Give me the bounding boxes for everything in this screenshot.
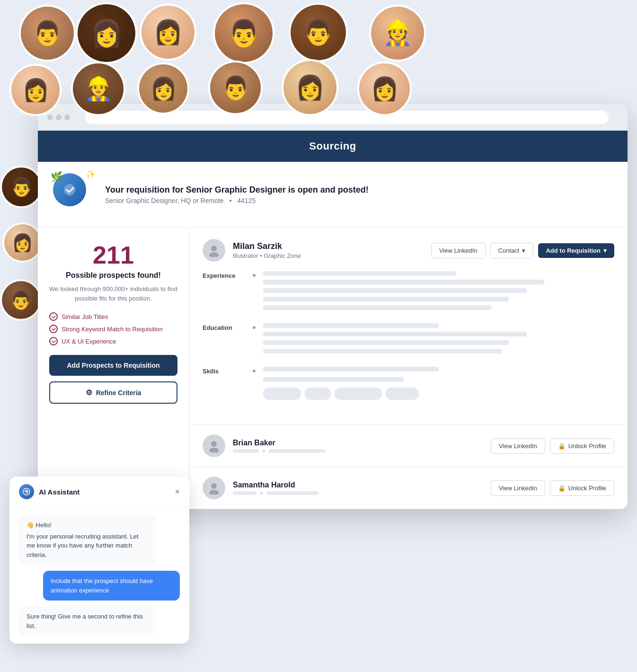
contact-button[interactable]: Contact ▾ (490, 243, 534, 258)
browser-window: Sourcing 🌿 ✨ Your requisition for Senior… (38, 104, 628, 509)
avatar-3: 👩 (140, 4, 196, 61)
add-prospects-button[interactable]: Add Prospects to Requisition (49, 355, 177, 376)
criteria-check-2 (49, 325, 58, 333)
req-info: Your requisition for Senior Graphic Desi… (105, 185, 369, 204)
samantha-actions: View LinkedIn 🔒 Unlock Profile (491, 480, 614, 496)
chevron-down-icon: ▾ (522, 247, 525, 254)
criteria-check-1 (49, 312, 58, 321)
samantha-info: Samantha Harold (233, 481, 483, 495)
chat-message-user-1: Include that the prospect should have an… (43, 571, 180, 601)
brian-name: Brian Baker (233, 439, 483, 447)
prospects-label: Possible prospects found! (49, 271, 177, 280)
add-to-requisition-button[interactable]: Add to Requisition ▾ (538, 243, 614, 258)
skeleton-line (263, 349, 502, 354)
right-content: Milan Sarzik Illustrator • Graphic Zone … (189, 228, 628, 509)
criteria-list: Similar Job Titles Strong Keyword Match … (49, 312, 177, 345)
chevron-down-icon-req: ▾ (603, 247, 607, 254)
avatar-brian (203, 434, 225, 457)
skeleton-line (263, 332, 527, 336)
meta-bar (233, 491, 257, 495)
side-avatar-3: 👨 (0, 279, 42, 321)
lock-icon-samantha: 🔒 (558, 485, 566, 492)
samantha-meta (233, 491, 483, 495)
browser-dots (47, 115, 70, 120)
skeleton-line (263, 377, 404, 382)
req-title: Your requisition for Senior Graphic Desi… (105, 185, 369, 195)
prospect-name: Milan Sarzik (233, 241, 301, 251)
meta-bar (233, 449, 259, 453)
unlock-profile-samantha[interactable]: 🔒 Unlock Profile (550, 480, 614, 496)
skill-tag (335, 388, 382, 400)
prospect-row-brian: Brian Baker View LinkedIn 🔒 Unlock Profi… (189, 425, 628, 467)
view-linkedin-samantha[interactable]: View LinkedIn (491, 480, 545, 496)
prospect-row-samantha: Samantha Harold View LinkedIn 🔒 Unlock P… (189, 467, 628, 509)
education-section: Education (203, 323, 614, 357)
experience-content (263, 271, 614, 314)
prospect-actions: View LinkedIn Contact ▾ Add to Requisiti… (431, 243, 614, 258)
page-title: Sourcing (309, 140, 356, 152)
education-content (263, 323, 614, 357)
brian-actions: View LinkedIn 🔒 Unlock Profile (491, 438, 614, 454)
prospect-info: Milan Sarzik Illustrator • Graphic Zone (233, 241, 301, 259)
skill-tag (305, 388, 331, 400)
ai-icon (19, 484, 34, 499)
chat-message-ai-2: Sure thing! Give me a second to refine t… (19, 606, 156, 636)
prospect-avatar-milan (203, 239, 225, 262)
skills-section: Skills (203, 367, 614, 404)
brian-info: Brian Baker (233, 439, 483, 453)
svg-point-6 (209, 490, 219, 495)
skeleton-line (263, 323, 439, 328)
avatar-1: 👨 (19, 5, 76, 62)
chat-messages: 👋 Hello! I'm your personal recruiting as… (9, 507, 189, 644)
avatar-samantha (203, 477, 225, 499)
browser-dot-1 (47, 115, 53, 120)
brian-meta (233, 449, 483, 453)
floating-avatars: 👨 👩 👩 👨 👨 👷 👩 👷 👩 👨 👩 👩 (0, 0, 637, 114)
criteria-item-2: Strong Keyword Match to Requisition (49, 325, 177, 333)
prospects-count: 211 (49, 243, 177, 267)
address-bar[interactable] (85, 111, 609, 124)
browser-dot-2 (56, 115, 62, 120)
chat-message-ai-1: 👋 Hello! I'm your personal recruiting as… (19, 515, 156, 565)
skills-bullet (253, 370, 256, 372)
experience-label: Experience (203, 271, 245, 314)
avatar-2: 👩 (76, 2, 137, 64)
svg-point-4 (209, 448, 219, 452)
view-linkedin-brian[interactable]: View LinkedIn (491, 438, 545, 454)
avatar-4: 👨 (213, 2, 274, 64)
criteria-item-1: Similar Job Titles (49, 312, 177, 321)
skeleton-line (263, 305, 491, 310)
chat-title: AI Assistant (39, 488, 175, 496)
meta-dot (263, 450, 265, 452)
meta-bar (266, 491, 318, 495)
criteria-item-3: UX & UI Experience (49, 337, 177, 345)
education-label: Education (203, 323, 245, 357)
req-subtitle: Senior Graphic Designer, HQ or Remote • … (105, 197, 369, 204)
education-bullet (253, 326, 256, 329)
view-linkedin-button[interactable]: View LinkedIn (431, 243, 486, 258)
app-header: Sourcing (38, 131, 628, 162)
prospects-description: We looked through 900,000+ individuals t… (49, 284, 177, 303)
side-avatar-2: 👩 (2, 222, 43, 263)
samantha-name: Samantha Harold (233, 481, 483, 489)
criteria-check-3 (49, 337, 58, 345)
side-avatar-1: 👨 (0, 166, 43, 208)
experience-section: Experience (203, 271, 614, 314)
requisition-banner: 🌿 ✨ Your requisition for Senior Graphic … (38, 162, 628, 228)
unlock-profile-brian[interactable]: 🔒 Unlock Profile (550, 438, 614, 454)
skills-tags (263, 388, 614, 404)
prospect-role: Illustrator • Graphic Zone (233, 252, 301, 259)
req-icon: 🌿 ✨ (53, 173, 96, 216)
refine-criteria-button[interactable]: ⚙ Refine Criteria (49, 381, 177, 404)
main-content: 211 Possible prospects found! We looked … (38, 228, 628, 509)
svg-point-0 (64, 184, 75, 195)
svg-point-3 (211, 441, 217, 447)
skills-label: Skills (203, 367, 245, 404)
deco-sparkle: ✨ (86, 169, 96, 178)
lock-icon: 🔒 (558, 442, 566, 450)
chat-close-button[interactable]: × (175, 487, 180, 497)
avatar-5: 👨 (289, 3, 348, 62)
meta-bar (269, 449, 326, 453)
prospect-header: Milan Sarzik Illustrator • Graphic Zone … (203, 239, 614, 262)
ai-chat-panel: AI Assistant × 👋 Hello! I'm your persona… (9, 477, 189, 644)
